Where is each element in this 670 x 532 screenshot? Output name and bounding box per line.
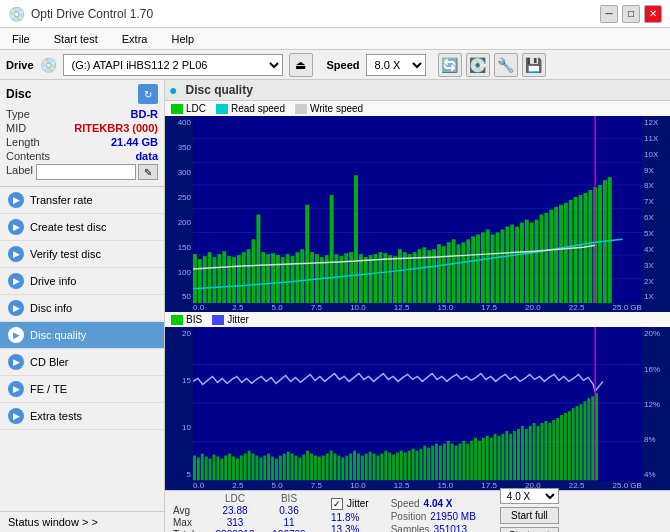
menu-help[interactable]: Help [167, 32, 198, 46]
stats-max-row: Max 313 11 [173, 517, 309, 528]
svg-rect-43 [369, 255, 373, 303]
nav-icon-disc-info: ▶ [8, 300, 24, 316]
close-button[interactable]: ✕ [644, 5, 662, 23]
jitter-checkbox[interactable]: ✓ [331, 498, 343, 510]
status-window-button[interactable]: Status window > > [0, 511, 164, 532]
nav-icon-cd-bler: ▶ [8, 354, 24, 370]
svg-rect-137 [349, 454, 352, 481]
nav-label-fe-te: FE / TE [30, 383, 67, 395]
svg-rect-83 [564, 203, 568, 304]
drive-label: Drive [6, 59, 34, 71]
disc-contents-label: Contents [6, 150, 50, 162]
svg-rect-134 [337, 456, 340, 481]
legend-ldc: LDC [171, 103, 206, 114]
disc-label-input[interactable] [36, 164, 136, 180]
top-chart: LDC Read speed Write speed 400 [165, 101, 670, 312]
nav-disc-info[interactable]: ▶ Disc info [0, 295, 164, 322]
menu-file[interactable]: File [8, 32, 34, 46]
legend-read-speed-label: Read speed [231, 103, 285, 114]
svg-rect-155 [419, 449, 422, 481]
svg-rect-166 [462, 441, 465, 481]
svg-rect-157 [427, 448, 430, 481]
top-chart-y-axis-right: 12X 11X 10X 9X 8X 7X 6X 5X 4X 3X 2X 1X [642, 116, 670, 303]
menu-extra[interactable]: Extra [118, 32, 152, 46]
top-chart-svg [193, 116, 642, 303]
svg-rect-189 [552, 420, 555, 480]
legend-read-speed-color [216, 104, 228, 114]
svg-rect-14 [227, 256, 231, 303]
stats-speed-dropdown[interactable]: 4.0 X [500, 488, 559, 504]
svg-rect-76 [530, 223, 534, 304]
disc-refresh-button[interactable]: ↻ [138, 84, 158, 104]
media-icon[interactable]: 💽 [466, 53, 490, 77]
disc-contents-value: data [135, 150, 158, 162]
nav-extra-tests[interactable]: ▶ Extra tests [0, 403, 164, 430]
svg-rect-127 [310, 454, 313, 481]
drive-select[interactable]: (G:) ATAPI iHBS112 2 PL06 [63, 54, 283, 76]
nav-fe-te[interactable]: ▶ FE / TE [0, 376, 164, 403]
svg-rect-121 [287, 452, 290, 481]
start-full-button[interactable]: Start full [500, 507, 559, 524]
svg-rect-172 [486, 436, 489, 481]
eject-button[interactable]: ⏏ [289, 53, 313, 77]
nav-verify-test-disc[interactable]: ▶ Verify test disc [0, 241, 164, 268]
stats-empty [173, 493, 201, 504]
menu-bar: File Start test Extra Help [0, 28, 670, 50]
svg-rect-90 [598, 185, 602, 303]
svg-rect-119 [279, 456, 282, 481]
nav-disc-quality[interactable]: ▶ Disc quality [0, 322, 164, 349]
position-row: Position 21950 MB [391, 511, 476, 522]
position-value: 21950 MB [430, 511, 476, 522]
svg-rect-107 [232, 457, 235, 481]
svg-rect-65 [476, 234, 480, 303]
tools-icon[interactable]: 🔧 [494, 53, 518, 77]
svg-rect-154 [416, 451, 419, 481]
svg-rect-61 [457, 244, 461, 303]
main-layout: Disc ↻ Type BD-R MID RITEKBR3 (000) Leng… [0, 80, 670, 532]
svg-rect-131 [326, 454, 329, 481]
save-icon[interactable]: 💾 [522, 53, 546, 77]
svg-rect-181 [521, 426, 524, 480]
bottom-chart-y-axis-left: 20 15 10 5 [165, 327, 193, 480]
svg-rect-188 [548, 423, 551, 480]
nav-create-test-disc[interactable]: ▶ Create test disc [0, 214, 164, 241]
disc-label-edit-button[interactable]: ✎ [138, 164, 158, 180]
start-part-button[interactable]: Start part [500, 527, 559, 532]
jitter-avg: 11.8% [331, 512, 369, 523]
nav-transfer-rate[interactable]: ▶ Transfer rate [0, 187, 164, 214]
svg-rect-78 [540, 215, 544, 304]
stats-avg-row: Avg 23.88 0.36 [173, 505, 309, 516]
disc-type-label: Type [6, 108, 30, 120]
svg-rect-174 [494, 434, 497, 480]
refresh-icon[interactable]: 🔄 [438, 53, 462, 77]
disc-type-value: BD-R [131, 108, 159, 120]
minimize-button[interactable]: ─ [600, 5, 618, 23]
legend-write-speed-color [295, 104, 307, 114]
speed-row: Speed 4.04 X [391, 498, 476, 509]
nav-icon-transfer-rate: ▶ [8, 192, 24, 208]
svg-rect-182 [525, 429, 528, 480]
svg-rect-168 [470, 441, 473, 481]
nav-label-create-test-disc: Create test disc [30, 221, 106, 233]
samples-label: Samples [391, 524, 430, 532]
svg-rect-73 [515, 226, 519, 303]
menu-start-test[interactable]: Start test [50, 32, 102, 46]
svg-rect-159 [435, 444, 438, 481]
nav-drive-info[interactable]: ▶ Drive info [0, 268, 164, 295]
disc-mid-value: RITEKBR3 (000) [74, 122, 158, 134]
restore-button[interactable]: □ [622, 5, 640, 23]
svg-rect-150 [400, 451, 403, 481]
speed-select[interactable]: 8.0 X [366, 54, 426, 76]
nav-icon-drive-info: ▶ [8, 273, 24, 289]
status-window-label: Status window > > [8, 516, 98, 528]
svg-rect-125 [302, 455, 305, 481]
nav-icon-verify-test-disc: ▶ [8, 246, 24, 262]
svg-rect-42 [364, 257, 368, 303]
svg-rect-26 [286, 254, 290, 303]
svg-rect-29 [300, 249, 304, 303]
nav-cd-bler[interactable]: ▶ CD Bler [0, 349, 164, 376]
svg-rect-38 [344, 253, 348, 303]
svg-rect-37 [339, 256, 343, 303]
svg-rect-68 [491, 234, 495, 303]
svg-rect-138 [353, 451, 356, 481]
